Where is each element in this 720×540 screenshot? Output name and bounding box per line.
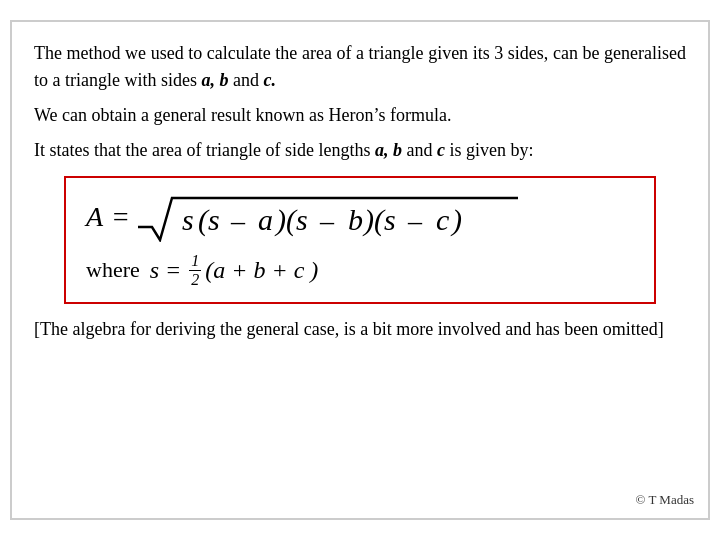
- para3-end: is given by:: [445, 140, 534, 160]
- sqrt-container: s (s – a )(s – b )(s – c ): [138, 192, 518, 242]
- where-s: s: [150, 257, 159, 284]
- formula-main: A = s (s – a )(s – b )(s – c: [86, 192, 634, 242]
- svg-text:c: c: [436, 203, 449, 236]
- formula-where: where s = 1 2 (a + b + c ): [86, 252, 634, 288]
- frac-denominator: 2: [189, 271, 201, 289]
- para2-text: We can obtain a general result known as …: [34, 105, 451, 125]
- svg-text:b: b: [348, 203, 363, 236]
- paragraph-3: It states that the area of triangle of s…: [34, 137, 686, 164]
- where-c: c: [294, 257, 305, 283]
- svg-text:)(s: )(s: [362, 203, 396, 237]
- svg-text:(s: (s: [198, 203, 220, 237]
- svg-text:–: –: [230, 205, 246, 236]
- svg-text:): ): [450, 203, 462, 237]
- footer-note: [The algebra for deriving the general ca…: [34, 316, 686, 343]
- formula-A: A: [86, 201, 103, 233]
- para1-a: a,: [201, 70, 215, 90]
- svg-text:)(s: )(s: [274, 203, 308, 237]
- credit-text: © T Madas: [635, 492, 694, 507]
- para3-and: and: [402, 140, 437, 160]
- para3-start: It states that the area of triangle of s…: [34, 140, 375, 160]
- formula-equals: =: [111, 201, 130, 233]
- para3-c: c: [437, 140, 445, 160]
- para1-c: c.: [263, 70, 276, 90]
- para3-a: a,: [375, 140, 389, 160]
- para1-text: The method we used to calculate the area…: [34, 43, 686, 90]
- paragraph-2: We can obtain a general result known as …: [34, 102, 686, 129]
- svg-text:s: s: [182, 203, 194, 236]
- paragraph-1: The method we used to calculate the area…: [34, 40, 686, 94]
- footer-note-text: [The algebra for deriving the general ca…: [34, 319, 664, 339]
- svg-text:a: a: [258, 203, 273, 236]
- where-eq: =: [165, 257, 181, 284]
- para1-and: and: [228, 70, 263, 90]
- credit: © T Madas: [635, 492, 694, 508]
- fraction-half: 1 2: [189, 252, 201, 288]
- svg-text:–: –: [319, 205, 335, 236]
- para1-b: b: [215, 70, 229, 90]
- frac-numerator: 1: [189, 252, 201, 271]
- where-a: a: [213, 257, 225, 283]
- sqrt-svg: s (s – a )(s – b )(s – c ): [138, 192, 518, 242]
- svg-text:–: –: [407, 205, 423, 236]
- slide: The method we used to calculate the area…: [10, 20, 710, 520]
- formula-box: A = s (s – a )(s – b )(s – c: [64, 176, 656, 304]
- where-expression: (a + b + c ): [205, 257, 318, 284]
- where-b: b: [254, 257, 266, 283]
- para3-b: b: [388, 140, 402, 160]
- where-label: where: [86, 257, 140, 283]
